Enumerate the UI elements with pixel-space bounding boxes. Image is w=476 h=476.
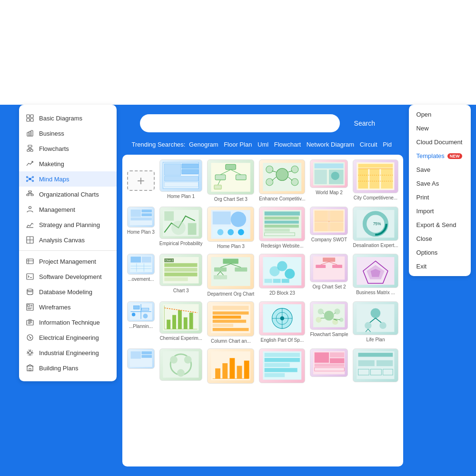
template-item[interactable]: ...ovement... (127, 254, 155, 296)
sidebar-item-flowcharts[interactable]: Flowcharts (19, 141, 117, 156)
diagram-icon (26, 114, 34, 122)
sidebar-item-mind-maps[interactable]: Mind Maps (19, 171, 117, 187)
svg-line-20 (31, 178, 33, 178)
trending-term-3[interactable]: Uml (258, 141, 268, 148)
trending-term-2[interactable]: Floor Plan (224, 141, 252, 148)
template-item[interactable]: Column Chart an... (207, 301, 254, 344)
sidebar-item-maketing[interactable]: Maketing (19, 156, 117, 171)
sidebar-item-management[interactable]: Management (19, 202, 117, 217)
menu-item-options[interactable]: Options (409, 246, 471, 259)
menu-item-templates[interactable]: Templates NEW (409, 149, 471, 163)
template-item[interactable]: Org Chart Set 3 (207, 159, 254, 202)
svg-rect-102 (141, 213, 152, 216)
search-input[interactable] (140, 114, 340, 132)
template-item[interactable]: Enhance Competitiv... (259, 159, 305, 202)
template-item[interactable] (353, 348, 398, 386)
template-item[interactable]: Home Plan 1 (159, 159, 203, 202)
template-thumb (127, 254, 155, 274)
info-icon (26, 318, 34, 327)
svg-point-208 (335, 308, 340, 314)
template-item[interactable]: Home Plan 3 (127, 207, 155, 249)
svg-rect-156 (214, 275, 221, 279)
new-badge: NEW (447, 153, 462, 159)
svg-rect-66 (164, 177, 198, 181)
template-name: Home Plan 1 (159, 194, 203, 199)
sidebar-item-label: Information Technique (39, 319, 100, 326)
sidebar-item-software-dev[interactable]: Software Development (19, 269, 117, 284)
sidebar-item-basic-diagrams[interactable]: Basic Diagrams (19, 110, 117, 126)
template-item[interactable]: Redesign Website... (259, 207, 305, 249)
template-item[interactable] (207, 348, 254, 386)
add-new-template[interactable]: + (127, 159, 155, 202)
template-name: Chart 3 (159, 288, 203, 293)
svg-rect-2 (27, 119, 30, 121)
svg-rect-197 (213, 324, 233, 327)
sidebar-item-analysis[interactable]: Analysis Canvas (19, 232, 117, 248)
menu-item-label: Print (416, 194, 429, 201)
menu-item-exit[interactable]: Exit (409, 259, 471, 273)
menu-item-cloud-doc[interactable]: Cloud Document (409, 135, 471, 149)
svg-rect-135 (142, 257, 151, 263)
menu-item-import[interactable]: Import (409, 204, 471, 218)
template-thumb (127, 207, 155, 227)
add-new-button[interactable]: + (127, 170, 155, 191)
template-item[interactable] (259, 348, 305, 386)
template-item[interactable]: Company SWOT (310, 207, 348, 249)
trending-term-6[interactable]: Circuit (360, 141, 377, 148)
search-button[interactable]: Search (344, 114, 386, 132)
template-item[interactable]: Business Matrix ... (353, 254, 398, 296)
template-thumb (310, 348, 348, 377)
trending-term-7[interactable]: Pid (383, 141, 392, 148)
sidebar-item-wireframes[interactable]: Wireframes (19, 299, 117, 315)
trending-term-1[interactable]: Genogram (189, 141, 218, 148)
template-item[interactable] (159, 348, 203, 386)
menu-item-save-as[interactable]: Save As (409, 177, 471, 190)
trending-term-5[interactable]: Network Diagram (307, 141, 354, 148)
menu-item-export-send[interactable]: Export & Send (409, 218, 471, 232)
template-item[interactable]: City Competitivene... (353, 159, 398, 202)
template-item[interactable]: ...Plannin... (127, 301, 155, 344)
menu-item-new[interactable]: New (409, 121, 471, 135)
template-item[interactable]: Life Plan (353, 301, 398, 344)
template-item[interactable]: Org Chart Set 2 (310, 254, 348, 296)
template-item[interactable]: 75% Desalination Expert... (353, 207, 398, 249)
menu-item-open[interactable]: Open (409, 108, 471, 121)
template-item[interactable] (127, 348, 155, 386)
sidebar-item-label: Software Development (39, 273, 102, 280)
template-item[interactable]: English Part Of Sp... (259, 301, 305, 344)
template-item[interactable]: World Map 2 (310, 159, 348, 202)
sidebar-item-info-tech[interactable]: Information Technique (19, 315, 117, 330)
svg-rect-65 (182, 169, 198, 174)
template-item[interactable]: Flowchart Sample (310, 301, 348, 344)
template-item[interactable]: Empirical Probability (159, 207, 203, 249)
template-item[interactable]: Department Org Chart (207, 254, 254, 296)
sidebar-item-business[interactable]: Business (19, 126, 117, 141)
template-item[interactable]: Chart 3 Chart 3 (159, 254, 203, 296)
svg-rect-6 (31, 130, 33, 136)
sidebar-item-building[interactable]: Building Plans (19, 360, 117, 376)
template-item[interactable]: 2D Block 23 (259, 254, 305, 296)
svg-point-209 (316, 317, 322, 322)
sidebar-item-strategy[interactable]: Strategy and Planning (19, 217, 117, 232)
trending-term-4[interactable]: Flowchart (274, 141, 301, 148)
template-item[interactable] (310, 348, 348, 386)
sidebar-item-project-mgmt[interactable]: Project Management (19, 254, 117, 269)
menu-item-save[interactable]: Save (409, 163, 471, 177)
sidebar-item-db-modeling[interactable]: Database Modeling (19, 284, 117, 299)
menu-item-close[interactable]: Close (409, 232, 471, 246)
sidebar-item-industrial[interactable]: Industrial Engineering (19, 345, 117, 360)
svg-rect-109 (213, 211, 231, 224)
svg-rect-251 (315, 364, 345, 367)
template-item[interactable]: Home Plan 3 (207, 207, 254, 249)
template-thumb (353, 348, 398, 382)
template-item[interactable]: Chemical Experim... (159, 301, 203, 344)
sidebar-item-label: Basic Diagrams (39, 115, 82, 122)
svg-point-206 (324, 310, 334, 320)
sidebar-item-label: Project Management (39, 258, 96, 265)
sidebar-item-electrical[interactable]: Electrical Engineering (19, 330, 117, 345)
svg-rect-187 (172, 315, 176, 329)
sidebar-item-org-charts[interactable]: Organizational Charts (19, 187, 117, 202)
svg-rect-100 (130, 209, 141, 217)
template-thumb (353, 301, 398, 335)
menu-item-print[interactable]: Print (409, 190, 471, 204)
